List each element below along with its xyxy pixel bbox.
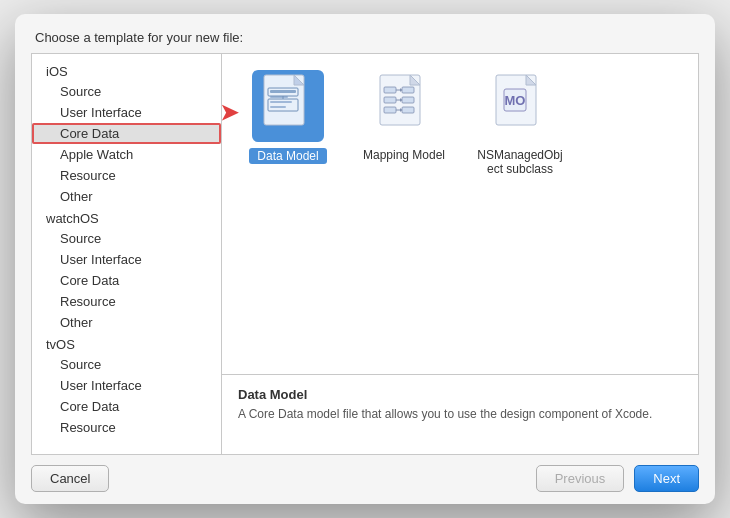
data-model-label: Data Model [249, 148, 326, 164]
mapping-model-label: Mapping Model [363, 148, 445, 162]
dialog-header: Choose a template for your new file: [15, 14, 715, 53]
header-text: Choose a template for your new file: [35, 30, 243, 45]
dialog-body: iOS Source User Interface Core Data Appl… [31, 53, 699, 455]
sidebar-item-ios-userinterface[interactable]: User Interface [32, 102, 221, 123]
svg-rect-16 [402, 97, 414, 103]
mapping-model-icon-wrapper [368, 70, 440, 142]
sidebar-item-ios-applewatch[interactable]: Apple Watch [32, 144, 221, 165]
sidebar-item-ios-coredata[interactable]: Core Data [32, 123, 221, 144]
dialog-footer: Cancel Previous Next [15, 455, 715, 504]
svg-rect-15 [384, 97, 396, 103]
template-dialog: Choose a template for your new file: iOS… [15, 14, 715, 504]
svg-rect-12 [402, 87, 414, 93]
sidebar-group-ios: iOS [32, 60, 221, 81]
sidebar-item-tvos-userinterface[interactable]: User Interface [32, 375, 221, 396]
sidebar-item-watchos-resource[interactable]: Resource [32, 291, 221, 312]
description-title: Data Model [238, 387, 682, 402]
svg-rect-4 [270, 101, 292, 103]
svg-text:MO: MO [505, 93, 526, 108]
nsmanaged-icon: MO [494, 74, 546, 138]
sidebar-item-watchos-userinterface[interactable]: User Interface [32, 249, 221, 270]
sidebar-item-tvos-coredata[interactable]: Core Data [32, 396, 221, 417]
data-model-icon-wrapper [252, 70, 324, 142]
footer-right-buttons: Previous Next [536, 465, 699, 492]
file-item-data-model[interactable]: ➤ [238, 70, 338, 176]
sidebar[interactable]: iOS Source User Interface Core Data Appl… [32, 54, 222, 454]
sidebar-group-watchos: watchOS [32, 207, 221, 228]
description-text: A Core Data model file that allows you t… [238, 406, 682, 423]
content-area: ➤ [222, 54, 698, 454]
previous-button[interactable]: Previous [536, 465, 625, 492]
data-model-icon [262, 74, 314, 138]
sidebar-group-tvos: tvOS [32, 333, 221, 354]
mapping-model-icon [378, 74, 430, 138]
sidebar-item-tvos-source[interactable]: Source [32, 354, 221, 375]
file-item-mapping-model[interactable]: Mapping Model [354, 70, 454, 176]
svg-rect-11 [384, 87, 396, 93]
file-item-nsmanaged[interactable]: MO NSManagedObj ect subclass [470, 70, 570, 176]
svg-rect-20 [402, 107, 414, 113]
sidebar-item-ios-source[interactable]: Source [32, 81, 221, 102]
arrow-indicator: ➤ [222, 100, 238, 126]
next-button[interactable]: Next [634, 465, 699, 492]
cancel-button[interactable]: Cancel [31, 465, 109, 492]
sidebar-item-watchos-other[interactable]: Other [32, 312, 221, 333]
file-grid: ➤ [222, 54, 698, 374]
sidebar-item-tvos-resource[interactable]: Resource [32, 417, 221, 438]
sidebar-item-ios-resource[interactable]: Resource [32, 165, 221, 186]
sidebar-item-ios-other[interactable]: Other [32, 186, 221, 207]
svg-rect-2 [270, 90, 296, 93]
nsmanaged-icon-wrapper: MO [484, 70, 556, 142]
sidebar-item-watchos-source[interactable]: Source [32, 228, 221, 249]
description-panel: Data Model A Core Data model file that a… [222, 374, 698, 454]
nsmanaged-label: NSManagedObj ect subclass [477, 148, 562, 176]
svg-rect-5 [270, 106, 286, 108]
sidebar-item-watchos-coredata[interactable]: Core Data [32, 270, 221, 291]
svg-rect-19 [384, 107, 396, 113]
